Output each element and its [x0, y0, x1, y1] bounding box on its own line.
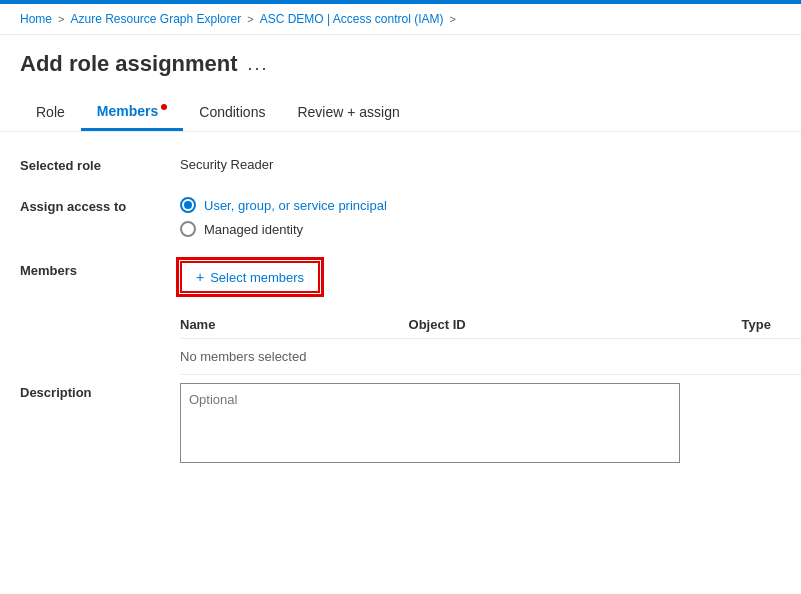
- radio-group: User, group, or service principal Manage…: [180, 197, 781, 237]
- assign-access-options: User, group, or service principal Manage…: [180, 197, 781, 237]
- col-type: Type: [742, 309, 802, 339]
- selected-role-label: Selected role: [20, 156, 180, 173]
- radio-user-group[interactable]: User, group, or service principal: [180, 197, 781, 213]
- description-textarea[interactable]: [180, 383, 680, 463]
- breadcrumb-sep-2: >: [247, 13, 253, 25]
- breadcrumb-sep-1: >: [58, 13, 64, 25]
- radio-managed-identity-circle: [180, 221, 196, 237]
- table-empty-row: No members selected: [180, 339, 801, 375]
- tab-review-assign-label: Review + assign: [297, 104, 399, 120]
- description-label: Description: [20, 383, 180, 400]
- radio-managed-identity[interactable]: Managed identity: [180, 221, 781, 237]
- tab-conditions-label: Conditions: [199, 104, 265, 120]
- page-title-menu[interactable]: ...: [248, 54, 269, 75]
- breadcrumb-sep-3: >: [449, 13, 455, 25]
- tab-review-assign[interactable]: Review + assign: [281, 94, 415, 130]
- description-value: [180, 383, 781, 466]
- members-content: + Select members: [180, 261, 781, 293]
- tabs-container: Role Members Conditions Review + assign: [0, 93, 801, 132]
- members-section: Members + Select members: [20, 261, 781, 293]
- radio-user-group-circle: [180, 197, 196, 213]
- no-members-message: No members selected: [180, 339, 801, 375]
- assign-access-label: Assign access to: [20, 197, 180, 214]
- col-name: Name: [180, 309, 409, 339]
- tab-role[interactable]: Role: [20, 94, 81, 130]
- tab-members-label: Members: [97, 103, 158, 119]
- radio-user-group-label: User, group, or service principal: [204, 198, 387, 213]
- members-label: Members: [20, 261, 180, 278]
- breadcrumb: Home > Azure Resource Graph Explorer > A…: [0, 4, 801, 35]
- page-title: Add role assignment: [20, 51, 238, 77]
- description-row: Description: [20, 383, 781, 466]
- breadcrumb-graph-explorer[interactable]: Azure Resource Graph Explorer: [70, 12, 241, 26]
- assign-access-row: Assign access to User, group, or service…: [20, 197, 781, 237]
- main-content: Selected role Security Reader Assign acc…: [0, 132, 801, 490]
- radio-managed-identity-label: Managed identity: [204, 222, 303, 237]
- page-header: Add role assignment ...: [0, 35, 801, 85]
- selected-role-value: Security Reader: [180, 156, 781, 172]
- tab-conditions[interactable]: Conditions: [183, 94, 281, 130]
- selected-role-row: Selected role Security Reader: [20, 156, 781, 173]
- selected-role-text: Security Reader: [180, 157, 273, 172]
- select-members-button[interactable]: + Select members: [180, 261, 320, 293]
- col-object-id: Object ID: [409, 309, 742, 339]
- breadcrumb-home[interactable]: Home: [20, 12, 52, 26]
- tab-members-dot: [161, 104, 167, 110]
- tab-members[interactable]: Members: [81, 93, 183, 131]
- tab-role-label: Role: [36, 104, 65, 120]
- select-members-text: Select members: [210, 270, 304, 285]
- members-table: Name Object ID Type No members selected: [180, 309, 801, 375]
- breadcrumb-asc-demo[interactable]: ASC DEMO | Access control (IAM): [260, 12, 444, 26]
- plus-icon: +: [196, 269, 204, 285]
